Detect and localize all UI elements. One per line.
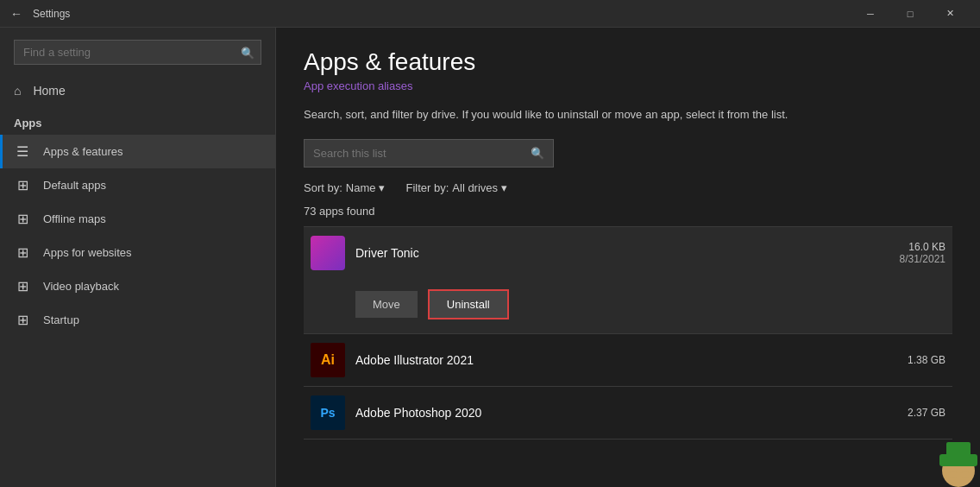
sidebar-home-label: Home <box>33 84 65 98</box>
mascot-decoration <box>937 444 980 487</box>
minimize-button[interactable]: ─ <box>851 0 890 28</box>
sidebar-item-label: Video playback <box>43 280 119 293</box>
default-apps-icon: ⊞ <box>14 177 31 193</box>
uninstall-button[interactable]: Uninstall <box>428 289 509 319</box>
sidebar-item-label: Apps for websites <box>43 246 132 259</box>
sort-by-button[interactable]: Sort by: Name ▾ <box>304 181 385 194</box>
sort-filter-row: Sort by: Name ▾ Filter by: All drives ▾ <box>304 181 952 194</box>
sidebar-item-apps-websites[interactable]: ⊞ Apps for websites <box>0 236 275 269</box>
photoshop-app-icon: Ps <box>311 395 345 430</box>
offline-maps-icon: ⊞ <box>14 211 31 227</box>
driver-tonic-size-date: 16.0 KB 8/31/2021 <box>900 241 945 265</box>
main-layout: 🔍 ⌂ Home Apps ☰ Apps & features ⊞ Defaul… <box>0 28 980 487</box>
close-button[interactable]: ✕ <box>930 0 970 28</box>
driver-tonic-expanded-panel: Move Uninstall <box>304 279 952 333</box>
sidebar-item-default-apps[interactable]: ⊞ Default apps <box>0 168 275 202</box>
photoshop-app-name: Adobe Photoshop 2020 <box>355 406 908 420</box>
driver-tonic-size: 16.0 KB <box>900 241 945 253</box>
app-item-adobe-photoshop[interactable]: Ps Adobe Photoshop 2020 2.37 GB <box>304 387 952 440</box>
sort-label: Sort by: <box>304 181 342 194</box>
apps-features-icon: ☰ <box>14 143 31 160</box>
illustrator-app-icon: Ai <box>311 343 345 377</box>
driver-tonic-app-icon <box>311 236 345 270</box>
window-title: Settings <box>33 8 70 20</box>
page-description: Search, sort, and filter by drive. If yo… <box>304 106 952 123</box>
page-title: Apps & features <box>304 48 952 76</box>
filter-value: All drives <box>452 181 498 194</box>
illustrator-size: 1.38 GB <box>908 354 945 366</box>
app-execution-aliases-link[interactable]: App execution aliases <box>304 79 952 92</box>
sort-chevron-icon: ▾ <box>379 181 385 194</box>
filter-by-button[interactable]: Filter by: All drives ▾ <box>405 181 507 194</box>
app-search-bar: 🔍 <box>304 139 554 168</box>
sidebar-item-home[interactable]: ⌂ Home <box>0 73 275 108</box>
photoshop-size: 2.37 GB <box>908 407 945 419</box>
startup-icon: ⊞ <box>14 312 31 328</box>
home-icon: ⌂ <box>14 84 21 98</box>
driver-tonic-date: 8/31/2021 <box>900 253 945 265</box>
apps-websites-icon: ⊞ <box>14 244 31 261</box>
sidebar-search-container: 🔍 <box>14 40 261 65</box>
move-button[interactable]: Move <box>355 291 418 318</box>
sidebar-item-label: Offline maps <box>43 212 106 225</box>
maximize-button[interactable]: □ <box>890 0 930 28</box>
sidebar-item-apps-features[interactable]: ☰ Apps & features <box>0 135 275 168</box>
filter-label: Filter by: <box>405 181 449 194</box>
app-item-photoshop-header[interactable]: Ps Adobe Photoshop 2020 2.37 GB <box>304 387 952 439</box>
apps-count: 73 apps found <box>304 205 952 218</box>
sidebar-item-startup[interactable]: ⊞ Startup <box>0 303 275 337</box>
sidebar-item-video-playback[interactable]: ⊞ Video playback <box>0 269 275 303</box>
driver-tonic-app-name: Driver Tonic <box>355 246 900 260</box>
driver-tonic-app-info: Driver Tonic <box>355 246 900 260</box>
sidebar-item-label: Default apps <box>43 179 106 192</box>
app-item-driver-tonic-header[interactable]: Driver Tonic 16.0 KB 8/31/2021 <box>304 227 952 279</box>
app-item-adobe-illustrator[interactable]: Ai Adobe Illustrator 2021 1.38 GB <box>304 334 952 387</box>
sidebar-search-input[interactable] <box>14 40 261 65</box>
back-button[interactable]: ← <box>10 7 22 21</box>
sidebar: 🔍 ⌂ Home Apps ☰ Apps & features ⊞ Defaul… <box>0 28 276 487</box>
sidebar-search-icon: 🔍 <box>241 46 254 59</box>
video-playback-icon: ⊞ <box>14 278 31 294</box>
app-list: Driver Tonic 16.0 KB 8/31/2021 Move Unin… <box>304 226 952 440</box>
filter-chevron-icon: ▾ <box>501 181 507 194</box>
illustrator-size-date: 1.38 GB <box>908 354 945 366</box>
titlebar: ← Settings ─ □ ✕ <box>0 0 980 28</box>
sidebar-item-label: Startup <box>43 313 79 326</box>
app-item-illustrator-header[interactable]: Ai Adobe Illustrator 2021 1.38 GB <box>304 334 952 386</box>
photoshop-size-date: 2.37 GB <box>908 407 945 419</box>
content-area: Apps & features App execution aliases Se… <box>276 28 980 487</box>
app-search-icon: 🔍 <box>522 140 553 167</box>
photoshop-app-info: Adobe Photoshop 2020 <box>355 406 908 420</box>
sidebar-item-label: Apps & features <box>43 145 123 158</box>
illustrator-app-info: Adobe Illustrator 2021 <box>355 353 908 367</box>
illustrator-app-name: Adobe Illustrator 2021 <box>355 353 908 367</box>
window-controls: ─ □ ✕ <box>851 0 970 28</box>
sidebar-section-label: Apps <box>0 108 275 135</box>
app-search-input[interactable] <box>305 140 522 167</box>
sort-value: Name <box>346 181 376 194</box>
sidebar-item-offline-maps[interactable]: ⊞ Offline maps <box>0 202 275 236</box>
app-item-driver-tonic[interactable]: Driver Tonic 16.0 KB 8/31/2021 Move Unin… <box>304 227 952 334</box>
